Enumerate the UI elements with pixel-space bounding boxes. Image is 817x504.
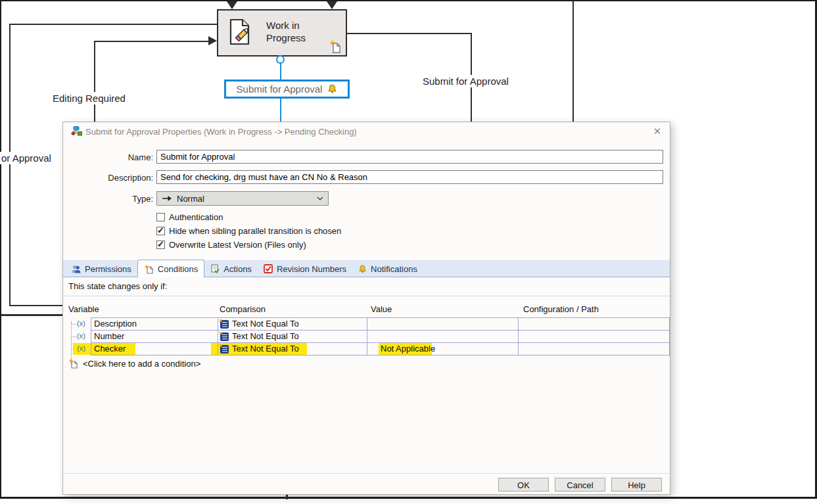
type-dropdown[interactable]: Normal xyxy=(156,191,329,206)
transition-line xyxy=(572,1,574,122)
condition-configuration[interactable] xyxy=(518,331,669,342)
condition-value[interactable] xyxy=(367,331,518,342)
transition-properties-icon xyxy=(71,126,82,137)
new-condition-icon xyxy=(68,358,78,369)
transition-label-left-partial[interactable]: or Approval xyxy=(0,152,53,164)
name-field[interactable] xyxy=(156,150,663,164)
condition-configuration[interactable] xyxy=(518,318,669,330)
transition-arrowhead xyxy=(227,1,237,9)
edit-document-icon xyxy=(226,18,252,46)
workflow-editor-canvas: Work in Progress Editing Required or App… xyxy=(0,0,817,504)
authentication-checkbox-row[interactable]: Authentication xyxy=(156,212,223,222)
transition-line xyxy=(94,41,210,42)
conditions-table: (x) (x) (x) Description Text Not Equal T… xyxy=(63,317,670,377)
cancel-button[interactable]: Cancel xyxy=(555,478,605,492)
tab-conditions[interactable]: Conditions xyxy=(137,260,204,277)
tab-notifications-label: Notifications xyxy=(371,264,417,274)
add-condition-row[interactable]: <Click here to add a condition> xyxy=(68,357,200,370)
authentication-label: Authentication xyxy=(169,212,223,222)
condition-row-highlighted[interactable]: Checker Text Not Equal To Not Applicable xyxy=(91,342,670,355)
transition-arrowhead xyxy=(208,36,217,45)
variable-icon: (x) xyxy=(77,319,85,327)
frame-left xyxy=(0,0,1,499)
close-icon[interactable] xyxy=(651,126,663,137)
tab-actions-label: Actions xyxy=(223,264,252,274)
column-header-variable: Variable xyxy=(68,304,99,314)
overwrite-latest-checkbox-row[interactable]: Overwrite Latest Version (Files only) xyxy=(156,239,306,250)
normal-transition-icon xyxy=(162,195,172,202)
ok-button[interactable]: OK xyxy=(498,478,549,492)
condition-variable[interactable]: Checker xyxy=(91,343,218,355)
condition-variable[interactable]: Number xyxy=(91,331,218,342)
transition-line xyxy=(9,24,11,306)
users-icon xyxy=(72,265,81,273)
transition-arrowhead xyxy=(327,1,337,9)
transition-line xyxy=(347,33,472,34)
condition-row[interactable]: Number Text Not Equal To xyxy=(91,330,670,343)
description-field[interactable] xyxy=(156,170,663,184)
red-check-icon xyxy=(264,264,273,273)
tab-permissions-label: Permissions xyxy=(85,264,131,274)
tab-actions[interactable]: Actions xyxy=(204,261,258,277)
selected-transition-line xyxy=(280,99,281,122)
condition-comparison[interactable]: Text Not Equal To xyxy=(218,343,367,355)
hide-sibling-checkbox-row[interactable]: Hide when sibling parallel transition is… xyxy=(156,225,341,236)
comparison-icon xyxy=(220,320,229,329)
new-condition-icon xyxy=(144,264,154,274)
frame-bottom xyxy=(0,497,817,499)
state-work-in-progress[interactable]: Work in Progress xyxy=(217,9,347,57)
help-button[interactable]: Help xyxy=(611,478,662,492)
frame-top xyxy=(0,0,817,1)
type-value: Normal xyxy=(177,194,204,204)
notification-bell-icon xyxy=(358,265,367,273)
comparison-text: Text Not Equal To xyxy=(232,343,299,355)
transition-endpoint-handle[interactable] xyxy=(276,55,285,64)
column-header-value: Value xyxy=(371,304,392,314)
comparison-text: Text Not Equal To xyxy=(232,331,299,342)
column-header-comparison: Comparison xyxy=(220,304,266,314)
comparison-text: Text Not Equal To xyxy=(232,318,299,330)
tree-connector xyxy=(72,324,76,325)
overwrite-latest-label: Overwrite Latest Version (Files only) xyxy=(169,240,306,250)
dialog-titlebar[interactable]: Submit for Approval Properties (Work in … xyxy=(63,122,670,140)
tab-permissions[interactable]: Permissions xyxy=(66,261,137,277)
condition-configuration[interactable] xyxy=(518,343,669,355)
condition-value[interactable] xyxy=(367,318,518,330)
column-header-configuration-path: Configuration / Path xyxy=(523,304,599,314)
name-label: Name: xyxy=(63,152,153,162)
overwrite-latest-checkbox[interactable] xyxy=(156,241,165,249)
transition-label-editing-required[interactable]: Editing Required xyxy=(51,92,128,104)
condition-variable[interactable]: Description xyxy=(91,318,218,330)
condition-comparison[interactable]: Text Not Equal To xyxy=(218,318,367,330)
notification-bell-icon xyxy=(327,84,337,94)
dialog-tabs: Permissions Conditions xyxy=(63,260,670,277)
comparison-icon xyxy=(220,332,229,341)
new-file-icon xyxy=(329,39,342,54)
selected-transition-text: Submit for Approval xyxy=(237,83,323,95)
description-label: Description: xyxy=(63,173,153,183)
divider xyxy=(63,296,670,296)
variable-icon: (x) xyxy=(77,344,85,352)
condition-row[interactable]: Description Text Not Equal To xyxy=(91,317,670,331)
transition-line xyxy=(94,41,95,122)
divider xyxy=(63,473,670,474)
tab-notifications[interactable]: Notifications xyxy=(352,261,423,277)
tab-revision-numbers[interactable]: Revision Numbers xyxy=(258,261,352,277)
selected-transition-label[interactable]: Submit for Approval xyxy=(224,80,350,99)
transition-line xyxy=(1,314,62,316)
hide-sibling-label: Hide when sibling parallel transition is… xyxy=(169,226,341,236)
transition-properties-dialog: Submit for Approval Properties (Work in … xyxy=(62,122,670,495)
add-condition-label: <Click here to add a condition> xyxy=(83,359,200,369)
conditions-intro-text: This state changes only if: xyxy=(68,281,167,291)
condition-comparison[interactable]: Text Not Equal To xyxy=(218,331,367,342)
tab-revision-numbers-label: Revision Numbers xyxy=(277,264,346,274)
selected-transition-line xyxy=(280,62,281,80)
variable-icon: (x) xyxy=(77,332,85,340)
transition-line xyxy=(9,305,63,306)
condition-value[interactable]: Not Applicable xyxy=(367,343,518,355)
type-label: Type: xyxy=(63,194,153,204)
authentication-checkbox[interactable] xyxy=(156,213,165,221)
transition-label-submit-for-approval-right[interactable]: Submit for Approval xyxy=(421,75,511,87)
hide-sibling-checkbox[interactable] xyxy=(156,227,165,235)
tree-connector xyxy=(72,336,76,337)
